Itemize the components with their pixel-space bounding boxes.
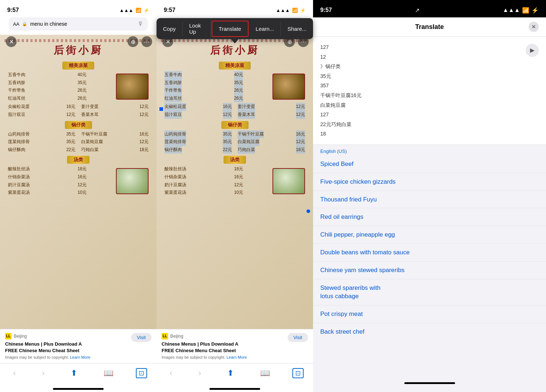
translate-battery-icon: ⚡ bbox=[532, 7, 539, 14]
back-btn-2[interactable]: ‹ bbox=[166, 367, 176, 379]
site-note-1: Images may be subject to copyright. Lear… bbox=[5, 355, 151, 359]
signal-icon-1: ▲▲▲ bbox=[119, 8, 133, 13]
more-btn-1[interactable]: ⋯ bbox=[141, 36, 152, 47]
soup-section-1: 汤类 bbox=[67, 156, 89, 164]
translate-menu-item[interactable]: Translate bbox=[212, 21, 249, 37]
original-line-3: 》锅仔类 bbox=[320, 62, 539, 71]
site-location-1: Beijing bbox=[14, 334, 27, 339]
tabs-btn-1[interactable]: ⊡ bbox=[136, 368, 147, 378]
signal-icon-2: ▲▲▲ bbox=[276, 8, 290, 13]
forward-btn-1[interactable]: › bbox=[38, 367, 48, 379]
context-menu-caret bbox=[231, 39, 238, 43]
translated-item-2: Five-spice chicken gizzards bbox=[313, 173, 546, 191]
home-indicator-2 bbox=[209, 388, 260, 390]
translated-item-7: Chinese yam stewed spareribs bbox=[313, 262, 546, 279]
home-indicator-translate bbox=[404, 382, 455, 384]
translate-status-bar: 9:57 ↗ ▲▲▲ 📶 ⚡ bbox=[313, 0, 546, 17]
phone-panel-2: 9:57 ▲▲▲ 📶 ⚡ AA 🔒 menu in chinese 🎙 Copy… bbox=[157, 0, 313, 392]
original-text-block: ▶ 127 12 》锅仔类 35元 357 千锅千叶豆腐16元 白菜炖豆腐 12… bbox=[313, 37, 546, 145]
soup-section-2: 汤类 bbox=[224, 156, 246, 164]
visit-btn-1[interactable]: Visit bbox=[131, 333, 151, 342]
status-icons-1: ▲▲▲ 📶 ⚡ bbox=[119, 8, 149, 13]
battery-icon-1: ⚡ bbox=[143, 8, 149, 13]
wifi-icon-2: 📶 bbox=[292, 8, 298, 13]
translated-item-4: Red oil earrings bbox=[313, 208, 546, 226]
original-line-8: 127 bbox=[320, 110, 539, 120]
pot-items-1: 山药炖排骨35元干锅千叶豆腐16元 莲菜炖排骨35元白菜炖豆腐12元 锅仔酥肉2… bbox=[4, 130, 152, 154]
wifi-icon-1: 📶 bbox=[136, 8, 141, 13]
soup-items-2: 酸辣肚丝汤18元 什锦杂菜汤16元 奶汁豆腐汤12元 紫菜蛋花汤10元 bbox=[161, 165, 309, 196]
bookmarks-btn-1[interactable]: 📖 bbox=[100, 367, 117, 379]
translated-item-1: Spiced Beef bbox=[313, 155, 546, 173]
pot-section-1: 锅仔类 bbox=[65, 121, 92, 129]
translated-item-10: Back street chef bbox=[313, 323, 546, 341]
share-btn-1[interactable]: ⬆ bbox=[67, 367, 81, 379]
cold-section-1: 精美凉菜 bbox=[62, 62, 94, 70]
translated-item-9: Pot crispy meat bbox=[313, 305, 546, 323]
original-line-9: 22元巧炖白菜 bbox=[320, 120, 539, 129]
back-btn-1[interactable]: ‹ bbox=[9, 367, 19, 379]
bookmarks-btn-2[interactable]: 📖 bbox=[257, 367, 274, 379]
translate-close-btn[interactable]: ✕ bbox=[529, 22, 539, 32]
share-menu-item[interactable]: Share... bbox=[281, 21, 313, 36]
translate-header: Translate ✕ bbox=[313, 17, 546, 37]
original-line-2: 12 bbox=[320, 52, 539, 62]
look-up-menu-item[interactable]: Look Up bbox=[183, 18, 211, 39]
original-line-1: 127 bbox=[320, 42, 539, 52]
site-note-2: Images may be subject to copyright. Lear… bbox=[162, 355, 308, 359]
menu-title-1: 后街小厨 bbox=[54, 43, 103, 57]
translated-item-3: Thousand fried Fuyu bbox=[313, 191, 546, 209]
original-line-4: 35元 bbox=[320, 71, 539, 81]
forward-btn-2[interactable]: › bbox=[195, 367, 205, 379]
phone-panel-1: 9:57 ▲▲▲ 📶 ⚡ AA 🔒 menu in chinese 🎙 后街小厨… bbox=[0, 0, 157, 392]
close-overlay-btn-1[interactable]: ✕ bbox=[6, 36, 17, 47]
translated-item-5: Chili pepper, pineapple egg bbox=[313, 226, 546, 244]
cold-section-2: 精美凉菜 bbox=[219, 62, 251, 70]
learn-more-1[interactable]: Learn More bbox=[70, 355, 90, 359]
scan-btn-1[interactable]: ⊕ bbox=[128, 36, 138, 47]
learn-menu-item[interactable]: Learn... bbox=[249, 21, 281, 36]
website-info-2: Visit LL Beijing Chinese Menus | Plus Do… bbox=[157, 329, 313, 363]
search-text-1: menu in chinese bbox=[30, 21, 135, 27]
soup-items-1: 酸辣肚丝汤18元 什锦杂菜汤16元 奶汁豆腐汤12元 紫菜蛋花汤10元 bbox=[4, 165, 152, 196]
site-badge-2: LL bbox=[162, 333, 168, 339]
cold-items-1: 五香牛肉40元 五香鸡胗35元 干炸带鱼26元 红油耳丝26元 尖椒松花蛋16元… bbox=[4, 71, 152, 119]
context-menu: Copy Look Up Translate Learn... Share... bbox=[157, 18, 313, 39]
status-bar-2: 9:57 ▲▲▲ 📶 ⚡ bbox=[157, 0, 313, 17]
site-badge-1: LL bbox=[5, 333, 12, 339]
menu-content-2: 后街小厨 精美凉菜 五香牛肉40元 五香鸡胗35元 干炸带鱼26元 红油耳丝26… bbox=[157, 35, 313, 329]
play-button[interactable]: ▶ bbox=[526, 44, 539, 57]
translated-item-8: Stewed spareribs withlotus cabbage bbox=[313, 279, 546, 306]
share-btn-2[interactable]: ⬆ bbox=[224, 367, 237, 379]
learn-more-2[interactable]: Learn More bbox=[226, 355, 247, 359]
translate-location-icon: ↗ bbox=[415, 7, 420, 14]
pot-items-2: 山药炖排骨35元干锅千叶豆腐16元 莲菜炖排骨35元白菜炖豆腐12元 锅仔酥肉2… bbox=[161, 130, 309, 154]
website-info-1: Visit LL Beijing Chinese Menus | Plus Do… bbox=[0, 329, 157, 363]
mic-icon-1: 🎙 bbox=[138, 21, 143, 27]
status-bar-1: 9:57 ▲▲▲ 📶 ⚡ bbox=[0, 0, 157, 17]
site-title-1: Chinese Menus | Plus Download AFREE Chin… bbox=[5, 341, 151, 354]
translate-wifi-icon: 📶 bbox=[522, 7, 529, 14]
language-label: English (US) bbox=[313, 145, 546, 155]
status-icons-2: ▲▲▲ 📶 ⚡ bbox=[276, 8, 306, 13]
site-location-2: Beijing bbox=[170, 334, 183, 339]
menu-title-2: 后街小厨 bbox=[210, 43, 259, 57]
visit-btn-2[interactable]: Visit bbox=[288, 333, 308, 342]
lock-icon-1: 🔒 bbox=[22, 22, 27, 26]
translated-items: Spiced Beef Five-spice chicken gizzards … bbox=[313, 155, 546, 348]
site-title-2: Chinese Menus | Plus Download AFREE Chin… bbox=[162, 341, 308, 354]
translated-item-6: Double beans with tomato sauce bbox=[313, 244, 546, 262]
bottom-nav-2: ‹ › ⬆ 📖 ⊡ bbox=[157, 363, 313, 388]
cold-items-2: 五香牛肉40元 五香鸡胗35元 干炸带鱼26元 红油耳丝26元 尖椒松花蛋16元… bbox=[161, 71, 309, 119]
translate-panel: 9:57 ↗ ▲▲▲ 📶 ⚡ Translate ✕ ▶ 127 12 》锅仔类… bbox=[313, 0, 546, 392]
copy-menu-item[interactable]: Copy bbox=[157, 21, 183, 36]
translate-body: ▶ 127 12 》锅仔类 35元 357 千锅千叶豆腐16元 白菜炖豆腐 12… bbox=[313, 37, 546, 382]
bottom-nav-1: ‹ › ⬆ 📖 ⊡ bbox=[0, 363, 157, 388]
tabs-btn-2[interactable]: ⊡ bbox=[292, 368, 304, 378]
context-menu-bar: Copy Look Up Translate Learn... Share... bbox=[157, 18, 313, 39]
translate-title: Translate bbox=[330, 23, 529, 31]
battery-icon-2: ⚡ bbox=[300, 8, 306, 13]
address-bar-1[interactable]: AA 🔒 menu in chinese 🎙 bbox=[9, 17, 148, 30]
aa-label-1: AA bbox=[13, 21, 19, 27]
translate-content: ▶ 127 12 》锅仔类 35元 357 千锅千叶豆腐16元 白菜炖豆腐 12… bbox=[313, 37, 546, 382]
